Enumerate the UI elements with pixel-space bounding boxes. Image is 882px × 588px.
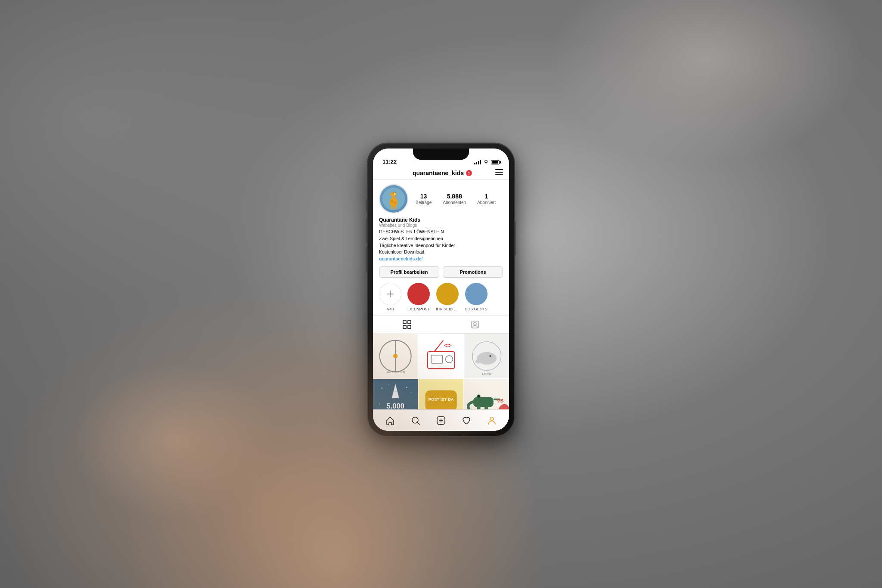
nav-search[interactable] — [407, 412, 424, 429]
ig-username: quarantaene_kids — [413, 170, 464, 176]
avatar — [379, 184, 408, 214]
notification-badge: 1 — [466, 170, 472, 176]
nav-home[interactable] — [382, 412, 399, 429]
story-new[interactable]: Neu — [379, 283, 401, 311]
svg-rect-0 — [495, 169, 503, 170]
svg-rect-16 — [403, 321, 406, 324]
svg-rect-15 — [395, 206, 397, 209]
svg-rect-12 — [393, 192, 394, 194]
notch — [413, 149, 469, 160]
ig-actions: Profil bearbeiten Promotions — [373, 264, 509, 281]
story-ihr-seid[interactable]: IHR SEID S... — [436, 283, 459, 311]
following-label: Abonniert — [477, 200, 496, 205]
stat-followers: 5.888 Abonnenten — [443, 193, 466, 205]
svg-point-39 — [388, 384, 389, 385]
svg-rect-2 — [495, 174, 503, 175]
posts-label: Beiträge — [416, 200, 432, 205]
svg-rect-53 — [473, 397, 494, 407]
ig-tabs — [373, 316, 509, 334]
bio-link[interactable]: quarantaenekids.de/ — [379, 256, 503, 261]
svg-text:5.000: 5.000 — [386, 402, 404, 410]
story-ihr-seid-label: IHR SEID S... — [436, 307, 459, 311]
following-count: 1 — [485, 193, 488, 200]
username-wrap: quarantaene_kids 1 — [413, 170, 472, 176]
profile-stats: 13 Beiträge 5.888 Abonnenten 1 Abonniert — [408, 193, 503, 205]
tab-grid[interactable] — [373, 316, 441, 333]
svg-rect-14 — [391, 206, 392, 209]
svg-point-38 — [381, 387, 382, 389]
svg-text:HALLÖCHEN: HALLÖCHEN — [386, 370, 405, 374]
svg-point-56 — [478, 395, 479, 397]
signal-bar-1 — [474, 163, 475, 164]
svg-point-64 — [490, 417, 494, 421]
svg-point-35 — [489, 355, 491, 357]
svg-point-10 — [394, 194, 395, 195]
volume-up-button — [366, 217, 368, 243]
svg-point-21 — [474, 322, 476, 325]
edit-profile-button[interactable]: Profil bearbeiten — [379, 266, 439, 278]
svg-rect-1 — [495, 172, 503, 173]
volume-down-button — [366, 247, 368, 272]
svg-text:VS: VS — [497, 398, 503, 403]
followers-count: 5.888 — [447, 193, 462, 200]
svg-point-6 — [394, 202, 396, 204]
grid-item-1[interactable]: HALLÖCHEN — [373, 334, 418, 378]
story-add-circle — [379, 283, 401, 305]
signal-bars — [474, 160, 481, 164]
svg-point-41 — [411, 392, 412, 393]
mute-button — [366, 199, 368, 213]
phone-screen: 11:22 — [373, 149, 509, 431]
ig-profile-row: 13 Beiträge 5.888 Abonnenten 1 Abonniert — [373, 180, 509, 216]
signal-bar-4 — [480, 160, 481, 164]
followers-label: Abonnenten — [443, 200, 466, 205]
promotions-button[interactable]: Promotions — [443, 266, 503, 278]
tab-tagged[interactable] — [441, 316, 509, 333]
svg-point-61 — [412, 417, 418, 423]
story-los-gehts-label: LOS GEHTS — [465, 307, 488, 311]
grid-item-2[interactable] — [419, 334, 463, 378]
posts-count: 13 — [420, 193, 427, 200]
stat-following: 1 Abonniert — [477, 193, 496, 205]
story-ideenpost[interactable]: IDEENPOST — [407, 283, 430, 311]
bio-text: GESCHWISTER LÖWENSTEIN Zwei Spiel-& Lern… — [379, 229, 503, 256]
status-time: 11:22 — [382, 158, 397, 165]
svg-text:HECH: HECH — [482, 372, 491, 376]
story-circle-yellow — [436, 283, 459, 305]
wifi-icon — [483, 160, 489, 165]
bottom-nav — [373, 409, 509, 431]
story-los-gehts[interactable]: LOS GEHTS — [465, 283, 488, 311]
grid-item-3[interactable]: HECH — [464, 334, 509, 378]
svg-point-25 — [393, 354, 398, 358]
svg-rect-18 — [403, 325, 406, 328]
nav-add[interactable] — [432, 412, 450, 429]
bio-category: Websites und Blogs — [379, 223, 503, 228]
bio-name: Quarantäne Kids — [379, 217, 503, 223]
battery-icon — [491, 160, 500, 164]
svg-rect-13 — [395, 192, 396, 194]
ig-bio: Quarantäne Kids Websites und Blogs GESCH… — [373, 216, 509, 264]
svg-point-40 — [406, 387, 407, 388]
instagram-content: quarantaene_kids 1 — [373, 167, 509, 431]
story-circle-blue — [465, 283, 488, 305]
svg-rect-17 — [408, 321, 411, 324]
svg-line-62 — [417, 422, 419, 424]
status-icons — [474, 160, 500, 165]
power-button — [514, 221, 516, 255]
phone: 11:22 — [368, 143, 514, 436]
ig-header: quarantaene_kids 1 — [373, 167, 509, 180]
signal-bar-2 — [476, 162, 477, 164]
nav-heart[interactable] — [458, 412, 475, 429]
stat-posts: 13 Beiträge — [416, 193, 432, 205]
menu-icon[interactable] — [495, 169, 503, 177]
ig-stories: Neu IDEENPOST IHR SEID S... — [373, 281, 509, 316]
nav-profile[interactable] — [483, 412, 500, 429]
story-new-label: Neu — [387, 307, 394, 311]
svg-point-42 — [379, 403, 380, 404]
svg-rect-27 — [419, 334, 463, 378]
story-circle-red — [407, 283, 430, 305]
signal-bar-3 — [478, 161, 479, 164]
story-ideenpost-label: IDEENPOST — [407, 307, 430, 311]
svg-rect-19 — [408, 325, 411, 328]
svg-text:POST IST DA: POST IST DA — [429, 397, 454, 402]
